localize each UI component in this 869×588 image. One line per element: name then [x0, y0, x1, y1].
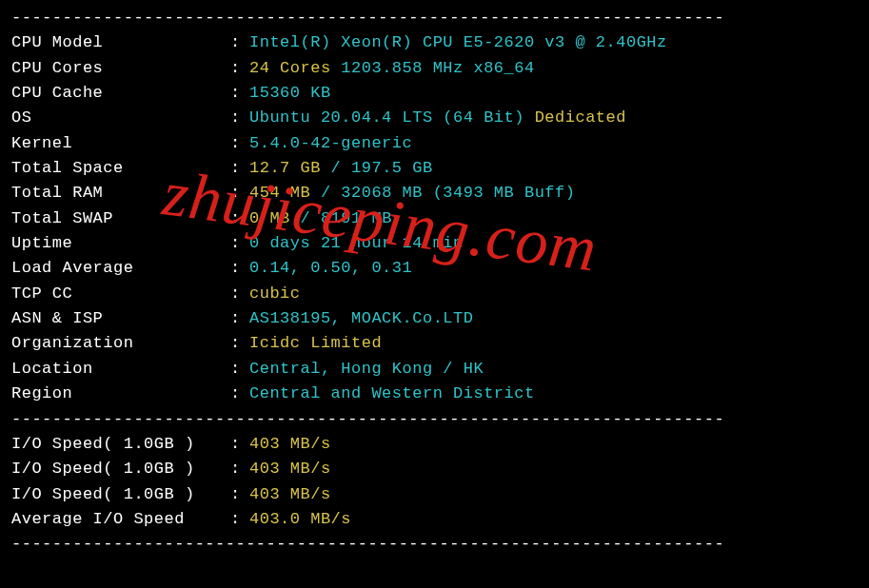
info-label: CPU Model [11, 30, 230, 55]
info-row: CPU Cache: 15360 KB [11, 81, 858, 106]
info-label: CPU Cache [11, 81, 230, 106]
info-value: 403 MB/s [249, 482, 331, 507]
info-value: 403 MB/s [249, 457, 331, 481]
info-label: I/O Speed( 1.0GB ) [11, 432, 230, 457]
info-value: cubic [249, 282, 301, 306]
colon-separator: : [230, 81, 249, 106]
info-row: Load Average: 0.14, 0.50, 0.31 [11, 256, 858, 281]
colon-separator: : [230, 156, 249, 181]
io-speed-section: I/O Speed( 1.0GB ): 403 MB/sI/O Speed( 1… [11, 432, 858, 532]
colon-separator: : [230, 432, 249, 457]
info-row: Kernel: 5.4.0-42-generic [11, 131, 858, 156]
info-value: Central and Western District [249, 382, 535, 406]
info-value: Intel(R) Xeon(R) CPU E5-2620 v3 @ 2.40GH… [249, 30, 667, 55]
info-row: I/O Speed( 1.0GB ): 403 MB/s [11, 457, 858, 481]
colon-separator: : [230, 131, 249, 156]
colon-separator: : [230, 482, 249, 507]
info-label: Uptime [11, 231, 230, 256]
info-value: 0 days 21 hour 14 min [249, 231, 464, 256]
info-value: 5.4.0-42-generic [249, 131, 412, 156]
info-value: / 197.5 GB [321, 156, 433, 181]
info-row: Location: Central, Hong Kong / HK [11, 357, 858, 382]
info-value: 454 MB [249, 181, 310, 206]
info-row: I/O Speed( 1.0GB ): 403 MB/s [11, 482, 858, 507]
colon-separator: : [230, 306, 249, 331]
info-row: ASN & ISP: AS138195, MOACK.Co.LTD [11, 306, 858, 331]
info-value: 15360 KB [249, 81, 331, 106]
info-value: / 32068 MB (3493 MB Buff) [310, 181, 575, 206]
info-value: 403.0 MB/s [249, 507, 351, 532]
info-label: Average I/O Speed [11, 507, 230, 532]
info-value: 0.14, 0.50, 0.31 [249, 256, 412, 281]
info-row: TCP CC: cubic [11, 282, 858, 306]
info-row: Total SWAP: 0 MB / 8191 MB [11, 206, 858, 231]
colon-separator: : [230, 256, 249, 281]
colon-separator: : [230, 282, 249, 306]
divider-mid: ----------------------------------------… [11, 407, 858, 432]
colon-separator: : [230, 231, 249, 256]
colon-separator: : [230, 206, 249, 231]
info-label: Location [11, 357, 230, 382]
colon-separator: : [230, 331, 249, 356]
info-row: Region: Central and Western District [11, 382, 858, 406]
info-label: Region [11, 382, 230, 406]
divider-bottom: ----------------------------------------… [11, 532, 858, 557]
divider-top: ----------------------------------------… [11, 6, 858, 30]
system-info-section: CPU Model: Intel(R) Xeon(R) CPU E5-2620 … [11, 30, 858, 406]
info-row: CPU Model: Intel(R) Xeon(R) CPU E5-2620 … [11, 30, 858, 55]
info-value: AS138195, MOACK.Co.LTD [249, 306, 473, 331]
info-row: Uptime: 0 days 21 hour 14 min [11, 231, 858, 256]
info-value: 1203.858 MHz x86_64 [331, 56, 535, 81]
info-value: Ubuntu 20.04.4 LTS (64 Bit) [249, 106, 524, 130]
info-label: I/O Speed( 1.0GB ) [11, 457, 230, 481]
info-value: Icidc Limited [249, 331, 382, 356]
colon-separator: : [230, 106, 249, 130]
colon-separator: : [230, 56, 249, 81]
info-label: ASN & ISP [11, 306, 230, 331]
info-label: Total Space [11, 156, 230, 181]
info-row: Total RAM: 454 MB / 32068 MB (3493 MB Bu… [11, 181, 858, 206]
info-value: 24 Cores [249, 56, 331, 81]
info-label: Kernel [11, 131, 230, 156]
info-row: Average I/O Speed: 403.0 MB/s [11, 507, 858, 532]
info-label: CPU Cores [11, 56, 230, 81]
colon-separator: : [230, 357, 249, 382]
info-label: OS [11, 106, 230, 130]
info-value: / 8191 MB [290, 206, 392, 231]
colon-separator: : [230, 382, 249, 406]
info-label: I/O Speed( 1.0GB ) [11, 482, 230, 507]
info-row: Total Space: 12.7 GB / 197.5 GB [11, 156, 858, 181]
info-row: I/O Speed( 1.0GB ): 403 MB/s [11, 432, 858, 457]
colon-separator: : [230, 457, 249, 481]
info-row: OS: Ubuntu 20.04.4 LTS (64 Bit) Dedicate… [11, 106, 858, 130]
info-label: Total SWAP [11, 206, 230, 231]
info-label: Total RAM [11, 181, 230, 206]
info-value: 12.7 GB [249, 156, 321, 181]
info-label: Load Average [11, 256, 230, 281]
colon-separator: : [230, 507, 249, 532]
info-row: CPU Cores: 24 Cores 1203.858 MHz x86_64 [11, 56, 858, 81]
info-value: 0 MB [249, 206, 290, 231]
info-label: TCP CC [11, 282, 230, 306]
colon-separator: : [230, 30, 249, 55]
info-label: Organization [11, 331, 230, 356]
info-value: 403 MB/s [249, 432, 331, 457]
info-value: Dedicated [524, 106, 626, 130]
colon-separator: : [230, 181, 249, 206]
info-value: Central, Hong Kong / HK [249, 357, 484, 382]
info-row: Organization: Icidc Limited [11, 331, 858, 356]
